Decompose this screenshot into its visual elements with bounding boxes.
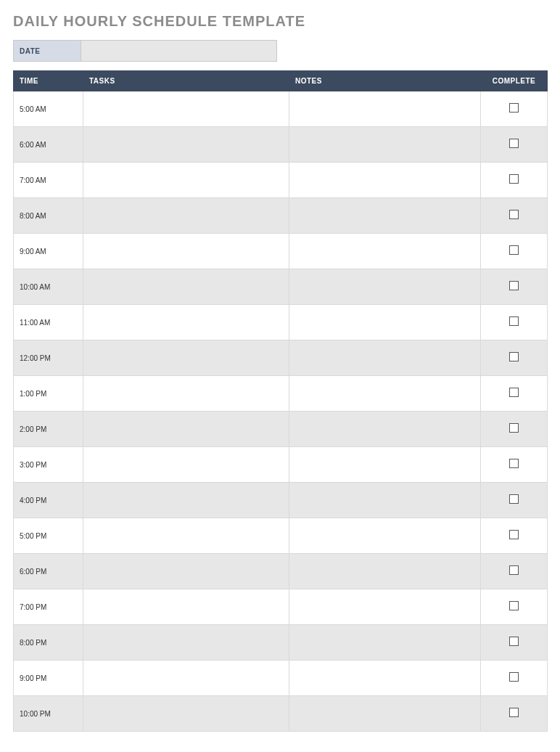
notes-cell[interactable] [289,269,481,305]
table-row: 1:00 PM [14,376,548,412]
schedule-table: TIME TASKS NOTES COMPLETE 5:00 AM6:00 AM… [13,70,548,732]
notes-cell[interactable] [289,376,481,412]
page-title: DAILY HOURLY SCHEDULE TEMPLATE [13,13,547,30]
tasks-cell[interactable] [83,91,289,127]
notes-cell[interactable] [289,483,481,518]
notes-cell[interactable] [289,234,481,269]
complete-checkbox[interactable] [509,139,519,148]
table-row: 5:00 PM [14,518,548,554]
table-header-row: TIME TASKS NOTES COMPLETE [14,71,548,91]
tasks-cell[interactable] [83,412,289,447]
time-cell: 10:00 AM [14,269,83,305]
complete-cell [481,127,548,163]
notes-cell[interactable] [289,447,481,483]
tasks-cell[interactable] [83,447,289,483]
notes-cell[interactable] [289,589,481,625]
complete-checkbox[interactable] [509,281,519,290]
complete-cell [481,163,548,198]
tasks-cell[interactable] [83,269,289,305]
tasks-cell[interactable] [83,483,289,518]
complete-checkbox[interactable] [509,245,519,255]
tasks-cell[interactable] [83,340,289,376]
complete-cell [481,198,548,234]
table-row: 8:00 AM [14,198,548,234]
table-row: 7:00 PM [14,589,548,625]
notes-cell[interactable] [289,127,481,163]
col-header-notes: NOTES [289,71,481,91]
tasks-cell[interactable] [83,198,289,234]
notes-cell[interactable] [289,91,481,127]
tasks-cell[interactable] [83,518,289,554]
tasks-cell[interactable] [83,625,289,661]
complete-checkbox[interactable] [509,459,519,468]
complete-cell [481,589,548,625]
complete-cell [481,376,548,412]
tasks-cell[interactable] [83,696,289,732]
tasks-cell[interactable] [83,589,289,625]
time-cell: 6:00 PM [14,554,83,589]
complete-cell [481,305,548,340]
time-cell: 11:00 AM [14,305,83,340]
complete-checkbox[interactable] [509,210,519,219]
notes-cell[interactable] [289,340,481,376]
table-row: 10:00 PM [14,696,548,732]
complete-cell [481,696,548,732]
tasks-cell[interactable] [83,163,289,198]
time-cell: 8:00 PM [14,625,83,661]
notes-cell[interactable] [289,696,481,732]
notes-cell[interactable] [289,305,481,340]
complete-checkbox[interactable] [509,103,519,113]
table-row: 6:00 AM [14,127,548,163]
time-cell: 3:00 PM [14,447,83,483]
complete-cell [481,661,548,696]
complete-checkbox[interactable] [509,637,519,646]
table-row: 11:00 AM [14,305,548,340]
complete-checkbox[interactable] [509,352,519,361]
complete-checkbox[interactable] [509,672,519,682]
table-row: 2:00 PM [14,412,548,447]
complete-cell [481,91,548,127]
notes-cell[interactable] [289,518,481,554]
date-label: DATE [13,40,81,62]
date-input[interactable] [81,40,277,62]
complete-checkbox[interactable] [509,601,519,610]
complete-checkbox[interactable] [509,494,519,504]
tasks-cell[interactable] [83,554,289,589]
tasks-cell[interactable] [83,234,289,269]
table-row: 8:00 PM [14,625,548,661]
time-cell: 6:00 AM [14,127,83,163]
time-cell: 10:00 PM [14,696,83,732]
complete-cell [481,340,548,376]
complete-checkbox[interactable] [509,708,519,717]
tasks-cell[interactable] [83,127,289,163]
complete-checkbox[interactable] [509,388,519,397]
table-row: 9:00 PM [14,661,548,696]
complete-cell [481,554,548,589]
notes-cell[interactable] [289,661,481,696]
table-row: 6:00 PM [14,554,548,589]
col-header-tasks: TASKS [83,71,289,91]
time-cell: 7:00 PM [14,589,83,625]
notes-cell[interactable] [289,412,481,447]
complete-cell [481,412,548,447]
tasks-cell[interactable] [83,376,289,412]
table-row: 5:00 AM [14,91,548,127]
complete-checkbox[interactable] [509,316,519,326]
date-row: DATE [13,40,547,62]
time-cell: 7:00 AM [14,163,83,198]
complete-cell [481,625,548,661]
complete-checkbox[interactable] [509,174,519,184]
notes-cell[interactable] [289,625,481,661]
notes-cell[interactable] [289,198,481,234]
notes-cell[interactable] [289,163,481,198]
time-cell: 4:00 PM [14,483,83,518]
complete-checkbox[interactable] [509,423,519,433]
complete-checkbox[interactable] [509,530,519,539]
notes-cell[interactable] [289,554,481,589]
col-header-time: TIME [14,71,83,91]
time-cell: 12:00 PM [14,340,83,376]
tasks-cell[interactable] [83,305,289,340]
tasks-cell[interactable] [83,661,289,696]
table-row: 3:00 PM [14,447,548,483]
complete-checkbox[interactable] [509,565,519,575]
